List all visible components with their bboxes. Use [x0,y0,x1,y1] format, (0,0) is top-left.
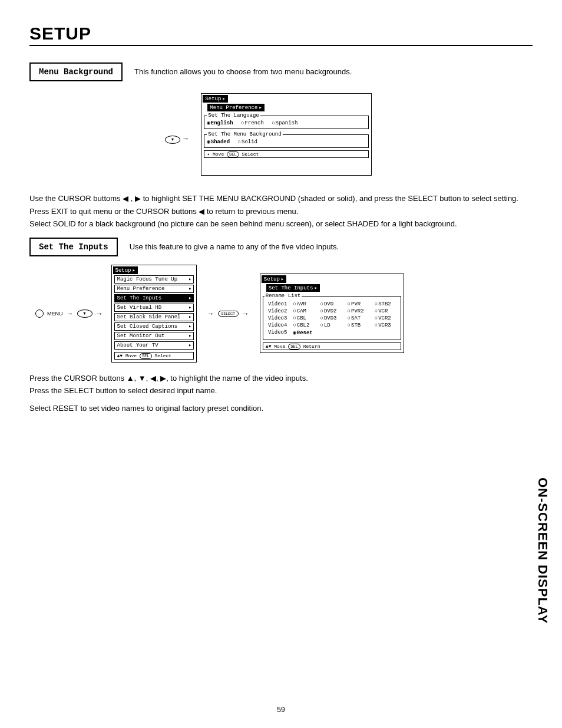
osd-title: Setup [203,95,227,103]
rename-option[interactable]: STB2 [375,301,391,307]
section-desc-menu-background: This function allows you to choose from … [134,62,352,76]
rename-row-label: Video3 [268,315,287,321]
figure-set-inputs: MENU → ▼ → Setup Magic Focus Tune UpMenu… [29,265,533,363]
osd-footer-rename: ▲▼ Move SEL Return [263,342,401,350]
setup-list-item[interactable]: Set Closed Captions [114,322,194,331]
remote-select-button-icon: SELECT [218,311,239,317]
rename-option[interactable]: SAT [348,315,364,321]
remote-chain-left: MENU → ▼ → [35,309,103,318]
remote-circle-icon [35,309,44,318]
sel-button-icon: SEL [140,353,152,359]
rename-option[interactable]: STB [348,322,364,328]
section-desc-set-inputs: Use this feature to give a name to any o… [130,238,339,251]
rename-option[interactable]: VCR [375,308,391,314]
instruction-4: Press the CURSOR buttons ▲, ▼, ◀, ▶, to … [29,373,533,384]
instruction-1: Use the CURSOR buttoms ◀ , ▶ to highligh… [29,193,533,204]
sel-button-icon: SEL [227,151,239,157]
osd-title: Setup [113,266,138,274]
rename-option[interactable]: CBL [293,315,309,321]
legend-language: Set The Language [207,113,260,118]
setup-list-item[interactable]: Menu Preference [114,285,194,293]
osd-rename-list: Setup Set The Inputs Rename List Video1A… [260,274,404,353]
setup-list-item[interactable]: Magic Focus Tune Up [114,275,194,284]
rename-option[interactable]: AVR [293,301,309,307]
rename-option[interactable]: DVD [320,301,336,307]
setup-list-item[interactable]: About Your TV [114,341,194,350]
radio-shaded[interactable]: Shaded [207,139,230,145]
setup-list-item[interactable]: Set Virtual HD [114,304,194,312]
radio-french[interactable]: French [241,120,264,126]
section-label-set-inputs: Set The Inputs [29,238,118,256]
move-icon: ▲▼ [266,344,272,349]
remote-button-down-icon: ▼ [77,309,92,318]
page-title: SETUP [29,24,533,46]
rename-row-label: Video2 [268,308,287,314]
footer-move: Move [213,151,224,157]
legend-rename: Rename List [265,293,302,299]
osd-subtitle: Menu Preference [207,104,264,111]
osd-footer-setup-list: ▲▼ Move SEL Select [114,352,194,360]
rename-option[interactable]: VCR2 [375,315,391,321]
arrow-right-icon: → [207,309,214,318]
section-menu-background: Menu Background This function allows you… [29,62,533,81]
fieldset-background: Set The Menu Background Shaded Solid [204,131,369,148]
side-tab-label: ON-SCREEN DISPLAY [535,477,550,624]
legend-background: Set The Menu Background [207,131,282,137]
footer-select: Select [242,151,259,157]
footer-move: Move [125,353,137,358]
radio-solid[interactable]: Solid [238,139,257,145]
radio-spanish[interactable]: Spanish [272,120,297,126]
rename-option[interactable]: VCR3 [375,322,391,328]
rename-option[interactable]: DVD2 [320,308,336,314]
section-label-menu-background: Menu Background [29,62,123,81]
rename-row-label: Video5 [268,330,287,336]
osd-title: Setup [262,275,286,283]
rename-option[interactable]: LD [320,322,336,328]
figure-menu-preference: ▼ → Setup Menu Preference Set The Langua… [165,93,533,176]
footer-select: Select [154,353,171,358]
rename-option[interactable]: PVR2 [348,308,364,314]
rename-reset[interactable]: Reset [293,330,391,336]
fieldset-language: Set The Language English French Spanish [204,113,369,129]
radio-english[interactable]: English [207,120,233,126]
move-icon: ✦ [207,151,210,157]
fieldset-rename: Rename List Video1AVRDVDPVRSTB2Video2CAM… [263,293,401,340]
arrow-right-icon: → [182,134,189,143]
rename-row-label: Video1 [268,301,287,307]
rename-option[interactable]: CAM [293,308,309,314]
remote-down-button-icon: ▼ → [165,134,189,144]
arrow-right-icon: → [67,309,74,318]
remote-menu-label: MENU [47,311,63,317]
setup-list-item[interactable]: Set The Inputs [114,294,194,302]
instruction-3: Select SOLID for a black background (no … [29,219,533,229]
rename-option[interactable]: PVR [348,301,364,307]
page-number: 59 [0,706,562,714]
instruction-2: Press EXIT to quit menu or the CURSOR bu… [29,206,533,217]
arrow-right-icon: → [242,309,249,318]
remote-button-down-icon: ▼ [165,136,180,144]
sel-button-icon: SEL [288,344,300,350]
osd-setup-list: Setup Magic Focus Tune UpMenu Preference… [111,265,197,363]
osd-footer-menu-pref: ✦ Move SEL Select [204,150,369,158]
move-icon: ▲▼ [117,353,123,358]
instruction-5: Press the SELECT button to select desire… [29,386,533,396]
arrow-right-icon: → [96,309,103,318]
setup-list-item[interactable]: Set Monitor Out [114,332,194,340]
footer-return: Return [303,344,320,349]
rename-option[interactable]: DVD3 [320,315,336,321]
osd-menu-preference: Setup Menu Preference Set The Language E… [201,93,372,176]
rename-option[interactable]: CBL2 [293,322,309,328]
instruction-6: Select RESET to set video names to origi… [29,403,533,414]
remote-chain-middle: → SELECT → [207,309,249,318]
setup-list-item[interactable]: Set Black Side Panel [114,313,194,321]
rename-row-label: Video4 [268,322,287,328]
osd-subtitle: Set The Inputs [266,284,320,292]
section-set-inputs: Set The Inputs Use this feature to give … [29,238,533,256]
footer-move: Move [274,344,285,349]
